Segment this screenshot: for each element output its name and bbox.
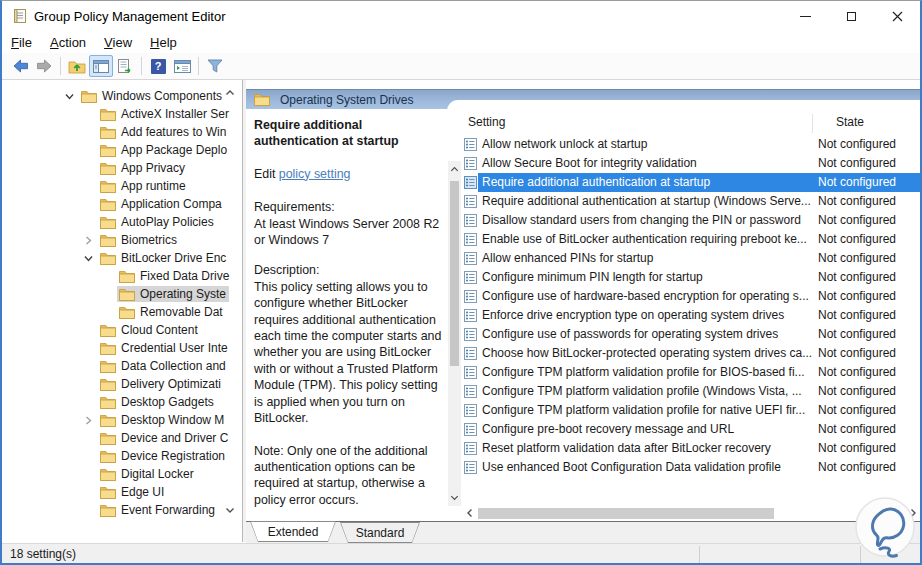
expand-arrow-icon[interactable]	[83, 450, 98, 462]
expand-arrow-icon[interactable]	[102, 288, 117, 300]
expand-arrow-icon[interactable]	[83, 234, 98, 246]
settings-hscroll-thumb[interactable]	[478, 508, 774, 519]
expand-arrow-icon[interactable]	[83, 378, 98, 390]
details-vscroll-thumb[interactable]	[450, 181, 459, 366]
menu-help[interactable]: Help	[141, 35, 186, 50]
show-console-tree-icon[interactable]	[89, 55, 113, 77]
expand-arrow-icon[interactable]	[83, 360, 98, 372]
expand-arrow-icon[interactable]	[64, 90, 79, 102]
setting-row[interactable]: Configure minimum PIN length for startup…	[460, 268, 922, 287]
setting-row[interactable]: Require additional authentication at sta…	[460, 192, 922, 211]
menu-action[interactable]: Action	[41, 35, 95, 50]
tree-item[interactable]: App Package Deplo	[2, 141, 242, 159]
setting-row[interactable]: Reset platform validation data after Bit…	[460, 439, 922, 458]
export-list-icon[interactable]	[113, 55, 137, 77]
tree-item[interactable]: Operating Syste	[2, 285, 242, 303]
maximize-button[interactable]	[828, 1, 874, 31]
tree-item[interactable]: Add features to Win	[2, 123, 242, 141]
setting-row[interactable]: Configure TPM platform validation profil…	[460, 401, 922, 420]
expand-arrow-icon[interactable]	[83, 504, 98, 516]
up-one-level-icon[interactable]	[65, 55, 89, 77]
close-button[interactable]	[874, 1, 920, 31]
setting-row[interactable]: Configure TPM platform validation profil…	[460, 382, 922, 401]
tree-item[interactable]: Delivery Optimizati	[2, 375, 242, 393]
expand-arrow-icon[interactable]	[102, 306, 117, 318]
tab-extended[interactable]: Extended	[250, 521, 336, 542]
tree-scroll-up-icon[interactable]	[224, 87, 236, 99]
menu-file[interactable]: File	[2, 35, 41, 50]
setting-row[interactable]: Disallow standard users from changing th…	[460, 211, 922, 230]
watermark-logo	[853, 496, 917, 562]
expand-arrow-icon[interactable]	[83, 252, 98, 264]
tree-item[interactable]: AutoPlay Policies	[2, 213, 242, 231]
column-header-setting[interactable]: Setting	[468, 115, 505, 129]
tree-scroll-down-icon[interactable]	[224, 504, 236, 516]
expand-arrow-icon[interactable]	[83, 216, 98, 228]
scroll-down-icon[interactable]	[449, 492, 460, 503]
expand-arrow-icon[interactable]	[83, 324, 98, 336]
tree-item[interactable]: Application Compa	[2, 195, 242, 213]
policy-setting-icon	[464, 442, 477, 455]
tree-item[interactable]: Removable Dat	[2, 303, 242, 321]
column-header-state[interactable]: State	[805, 115, 895, 129]
expand-arrow-icon[interactable]	[83, 180, 98, 192]
tree-item[interactable]: Biometrics	[2, 231, 242, 249]
expand-arrow-icon[interactable]	[83, 144, 98, 156]
tree-item[interactable]: Cloud Content	[2, 321, 242, 339]
policy-setting-icon	[464, 252, 477, 265]
close-icon	[892, 11, 903, 22]
tab-standard[interactable]: Standard	[340, 522, 420, 543]
setting-row[interactable]: Choose how BitLocker-protected operating…	[460, 344, 922, 363]
tree-item[interactable]: Digital Locker	[2, 465, 242, 483]
tree-item[interactable]: Device and Driver C	[2, 429, 242, 447]
tree-item[interactable]: App runtime	[2, 177, 242, 195]
help-icon[interactable]: ?	[146, 55, 170, 77]
setting-row[interactable]: Require additional authentication at sta…	[460, 173, 922, 192]
tree-item[interactable]: Windows Components	[2, 87, 242, 105]
setting-row[interactable]: Configure use of passwords for operating…	[460, 325, 922, 344]
setting-row[interactable]: Configure TPM platform validation profil…	[460, 363, 922, 382]
setting-row[interactable]: Enable use of BitLocker authentication r…	[460, 230, 922, 249]
scroll-up-icon[interactable]	[449, 164, 460, 175]
expand-arrow-icon[interactable]	[102, 270, 117, 282]
tree-item[interactable]: Device Registration	[2, 447, 242, 465]
tree-item[interactable]: ActiveX Installer Ser	[2, 105, 242, 123]
tree-item[interactable]: Desktop Gadgets	[2, 393, 242, 411]
expand-arrow-icon[interactable]	[83, 468, 98, 480]
setting-row[interactable]: Allow network unlock at startup Not conf…	[460, 135, 922, 154]
setting-row[interactable]: Enforce drive encryption type on operati…	[460, 306, 922, 325]
tree-item[interactable]: Event Forwarding	[2, 501, 242, 519]
setting-row[interactable]: Allow Secure Boot for integrity validati…	[460, 154, 922, 173]
scroll-left-icon[interactable]	[464, 507, 476, 519]
expand-arrow-icon[interactable]	[83, 414, 98, 426]
setting-row[interactable]: Configure use of hardware-based encrypti…	[460, 287, 922, 306]
folder-icon	[100, 198, 116, 211]
expand-arrow-icon[interactable]	[83, 198, 98, 210]
expand-arrow-icon[interactable]	[83, 162, 98, 174]
tree-item[interactable]: Edge UI	[2, 483, 242, 501]
menu-view[interactable]: View	[95, 35, 141, 50]
setting-name: Require additional authentication at sta…	[482, 192, 811, 211]
details-vertical-scrollbar[interactable]	[448, 161, 461, 506]
minimize-button[interactable]	[782, 1, 828, 31]
tree-item[interactable]: Fixed Data Drive	[2, 267, 242, 285]
expand-arrow-icon[interactable]	[83, 126, 98, 138]
setting-row[interactable]: Allow enhanced PINs for startup Not conf…	[460, 249, 922, 268]
tree-item[interactable]: Data Collection and	[2, 357, 242, 375]
expand-arrow-icon[interactable]	[83, 108, 98, 120]
filter-icon[interactable]	[203, 55, 227, 77]
policy-setting-link[interactable]: policy setting	[279, 167, 351, 181]
tree-item[interactable]: BitLocker Drive Enc	[2, 249, 242, 267]
tree-item[interactable]: App Privacy	[2, 159, 242, 177]
expand-arrow-icon[interactable]	[83, 342, 98, 354]
tree-item[interactable]: Desktop Window M	[2, 411, 242, 429]
forward-icon[interactable]	[32, 55, 56, 77]
setting-row[interactable]: Configure pre-boot recovery message and …	[460, 420, 922, 439]
back-icon[interactable]	[8, 55, 32, 77]
tree-item[interactable]: Credential User Inte	[2, 339, 242, 357]
setting-row[interactable]: Use enhanced Boot Configuration Data val…	[460, 458, 922, 477]
expand-arrow-icon[interactable]	[83, 396, 98, 408]
expand-arrow-icon[interactable]	[83, 486, 98, 498]
expand-arrow-icon[interactable]	[83, 432, 98, 444]
properties-window-icon[interactable]	[170, 55, 194, 77]
